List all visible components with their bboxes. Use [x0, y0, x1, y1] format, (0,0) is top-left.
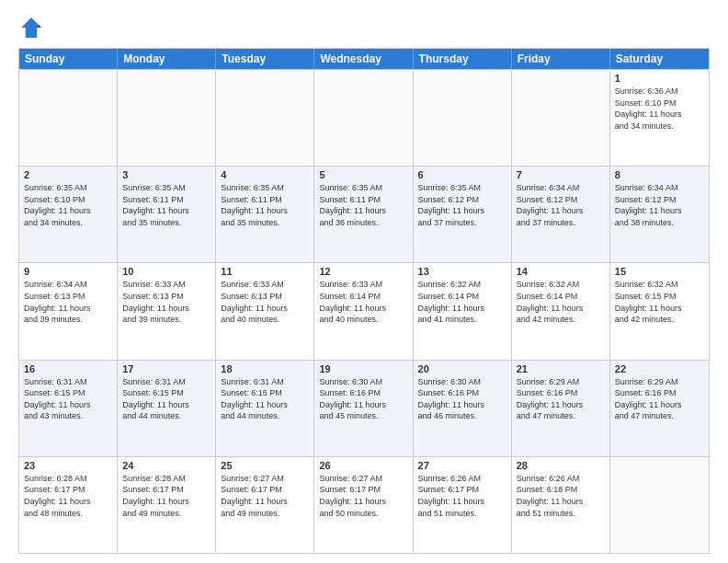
- day-info: Sunrise: 6:35 AM Sunset: 6:11 PM Dayligh…: [221, 182, 309, 228]
- empty-cell: [512, 70, 610, 166]
- day-cell-5: 5Sunrise: 6:35 AM Sunset: 6:11 PM Daylig…: [314, 167, 413, 262]
- day-info: Sunrise: 6:35 AM Sunset: 6:12 PM Dayligh…: [418, 182, 506, 228]
- day-cell-2: 2Sunrise: 6:35 AM Sunset: 6:10 PM Daylig…: [19, 167, 118, 262]
- day-info: Sunrise: 6:26 AM Sunset: 6:17 PM Dayligh…: [418, 473, 506, 519]
- calendar-header: SundayMondayTuesdayWednesdayThursdayFrid…: [19, 49, 709, 69]
- day-number: 3: [122, 169, 210, 180]
- day-number: 13: [418, 266, 506, 277]
- header-day-saturday: Saturday: [610, 49, 709, 69]
- header-day-wednesday: Wednesday: [314, 49, 413, 69]
- day-cell-10: 10Sunrise: 6:33 AM Sunset: 6:13 PM Dayli…: [118, 263, 216, 359]
- day-cell-9: 9Sunrise: 6:34 AM Sunset: 6:13 PM Daylig…: [19, 263, 118, 359]
- day-cell-27: 27Sunrise: 6:26 AM Sunset: 6:17 PM Dayli…: [414, 457, 512, 553]
- day-info: Sunrise: 6:31 AM Sunset: 6:15 PM Dayligh…: [221, 376, 309, 422]
- day-info: Sunrise: 6:34 AM Sunset: 6:12 PM Dayligh…: [517, 182, 605, 228]
- day-cell-19: 19Sunrise: 6:30 AM Sunset: 6:16 PM Dayli…: [314, 361, 413, 456]
- day-info: Sunrise: 6:34 AM Sunset: 6:12 PM Dayligh…: [615, 182, 704, 228]
- day-number: 23: [24, 460, 112, 471]
- calendar-row-0: 1Sunrise: 6:36 AM Sunset: 6:10 PM Daylig…: [19, 69, 709, 166]
- empty-cell: [314, 70, 413, 166]
- day-number: 25: [221, 460, 309, 471]
- day-cell-20: 20Sunrise: 6:30 AM Sunset: 6:16 PM Dayli…: [414, 361, 512, 456]
- calendar-row-3: 16Sunrise: 6:31 AM Sunset: 6:15 PM Dayli…: [19, 360, 709, 456]
- day-cell-17: 17Sunrise: 6:31 AM Sunset: 6:15 PM Dayli…: [118, 361, 216, 456]
- day-number: 27: [418, 460, 506, 471]
- day-info: Sunrise: 6:29 AM Sunset: 6:16 PM Dayligh…: [615, 376, 704, 422]
- day-info: Sunrise: 6:30 AM Sunset: 6:16 PM Dayligh…: [319, 376, 407, 422]
- day-number: 9: [24, 266, 112, 277]
- empty-cell: [19, 70, 118, 166]
- calendar-body: 1Sunrise: 6:36 AM Sunset: 6:10 PM Daylig…: [19, 69, 709, 553]
- empty-cell: [414, 70, 512, 166]
- day-cell-4: 4Sunrise: 6:35 AM Sunset: 6:11 PM Daylig…: [216, 167, 314, 262]
- day-number: 14: [517, 266, 605, 277]
- day-cell-12: 12Sunrise: 6:33 AM Sunset: 6:14 PM Dayli…: [314, 263, 413, 359]
- day-number: 22: [615, 363, 704, 374]
- empty-cell: [216, 70, 314, 166]
- day-cell-14: 14Sunrise: 6:32 AM Sunset: 6:14 PM Dayli…: [512, 263, 610, 359]
- day-number: 8: [615, 169, 704, 180]
- calendar-row-1: 2Sunrise: 6:35 AM Sunset: 6:10 PM Daylig…: [19, 166, 709, 262]
- header-day-tuesday: Tuesday: [216, 49, 314, 69]
- day-info: Sunrise: 6:34 AM Sunset: 6:13 PM Dayligh…: [24, 279, 112, 325]
- day-info: Sunrise: 6:31 AM Sunset: 6:15 PM Dayligh…: [24, 376, 112, 422]
- day-info: Sunrise: 6:27 AM Sunset: 6:17 PM Dayligh…: [221, 473, 309, 519]
- header-day-thursday: Thursday: [414, 49, 512, 69]
- day-info: Sunrise: 6:33 AM Sunset: 6:13 PM Dayligh…: [122, 279, 210, 325]
- day-cell-24: 24Sunrise: 6:28 AM Sunset: 6:17 PM Dayli…: [118, 457, 216, 553]
- day-number: 6: [418, 169, 506, 180]
- day-cell-22: 22Sunrise: 6:29 AM Sunset: 6:16 PM Dayli…: [610, 361, 709, 456]
- day-cell-18: 18Sunrise: 6:31 AM Sunset: 6:15 PM Dayli…: [216, 361, 314, 456]
- day-info: Sunrise: 6:35 AM Sunset: 6:10 PM Dayligh…: [24, 182, 112, 228]
- page: SundayMondayTuesdayWednesdayThursdayFrid…: [0, 0, 728, 563]
- day-number: 16: [24, 363, 112, 374]
- day-cell-1: 1Sunrise: 6:36 AM Sunset: 6:10 PM Daylig…: [610, 70, 709, 166]
- day-number: 26: [319, 460, 407, 471]
- day-number: 10: [122, 266, 210, 277]
- day-number: 11: [221, 266, 309, 277]
- day-cell-26: 26Sunrise: 6:27 AM Sunset: 6:17 PM Dayli…: [314, 457, 413, 553]
- day-info: Sunrise: 6:28 AM Sunset: 6:17 PM Dayligh…: [122, 473, 210, 519]
- day-cell-6: 6Sunrise: 6:35 AM Sunset: 6:12 PM Daylig…: [414, 167, 512, 262]
- day-number: 17: [122, 363, 210, 374]
- day-cell-7: 7Sunrise: 6:34 AM Sunset: 6:12 PM Daylig…: [512, 167, 610, 262]
- day-number: 5: [319, 169, 407, 180]
- day-cell-13: 13Sunrise: 6:32 AM Sunset: 6:14 PM Dayli…: [414, 263, 512, 359]
- day-number: 4: [221, 169, 309, 180]
- day-info: Sunrise: 6:30 AM Sunset: 6:16 PM Dayligh…: [418, 376, 506, 422]
- calendar: SundayMondayTuesdayWednesdayThursdayFrid…: [18, 48, 710, 554]
- day-number: 21: [517, 363, 605, 374]
- day-info: Sunrise: 6:29 AM Sunset: 6:16 PM Dayligh…: [517, 376, 605, 422]
- calendar-row-2: 9Sunrise: 6:34 AM Sunset: 6:13 PM Daylig…: [19, 262, 709, 359]
- day-number: 1: [615, 73, 704, 84]
- day-info: Sunrise: 6:32 AM Sunset: 6:14 PM Dayligh…: [517, 279, 605, 325]
- calendar-row-4: 23Sunrise: 6:28 AM Sunset: 6:17 PM Dayli…: [19, 456, 709, 553]
- day-info: Sunrise: 6:28 AM Sunset: 6:17 PM Dayligh…: [24, 473, 112, 519]
- day-cell-23: 23Sunrise: 6:28 AM Sunset: 6:17 PM Dayli…: [19, 457, 118, 553]
- day-number: 15: [615, 266, 704, 277]
- day-info: Sunrise: 6:33 AM Sunset: 6:13 PM Dayligh…: [221, 279, 309, 325]
- day-info: Sunrise: 6:33 AM Sunset: 6:14 PM Dayligh…: [319, 279, 407, 325]
- day-number: 7: [517, 169, 605, 180]
- day-number: 24: [122, 460, 210, 471]
- day-cell-3: 3Sunrise: 6:35 AM Sunset: 6:11 PM Daylig…: [118, 167, 216, 262]
- header: [18, 15, 710, 40]
- day-cell-15: 15Sunrise: 6:32 AM Sunset: 6:15 PM Dayli…: [610, 263, 709, 359]
- day-info: Sunrise: 6:26 AM Sunset: 6:18 PM Dayligh…: [517, 473, 605, 519]
- logo-icon: [18, 15, 44, 40]
- empty-cell: [610, 457, 709, 553]
- day-number: 18: [221, 363, 309, 374]
- logo: [18, 15, 46, 40]
- day-number: 20: [418, 363, 506, 374]
- day-cell-21: 21Sunrise: 6:29 AM Sunset: 6:16 PM Dayli…: [512, 361, 610, 456]
- day-number: 12: [319, 266, 407, 277]
- header-day-monday: Monday: [118, 49, 216, 69]
- day-info: Sunrise: 6:31 AM Sunset: 6:15 PM Dayligh…: [122, 376, 210, 422]
- day-info: Sunrise: 6:27 AM Sunset: 6:17 PM Dayligh…: [319, 473, 407, 519]
- header-day-friday: Friday: [512, 49, 610, 69]
- day-info: Sunrise: 6:32 AM Sunset: 6:14 PM Dayligh…: [418, 279, 506, 325]
- header-day-sunday: Sunday: [19, 49, 118, 69]
- day-info: Sunrise: 6:35 AM Sunset: 6:11 PM Dayligh…: [319, 182, 407, 228]
- day-number: 19: [319, 363, 407, 374]
- day-number: 28: [517, 460, 605, 471]
